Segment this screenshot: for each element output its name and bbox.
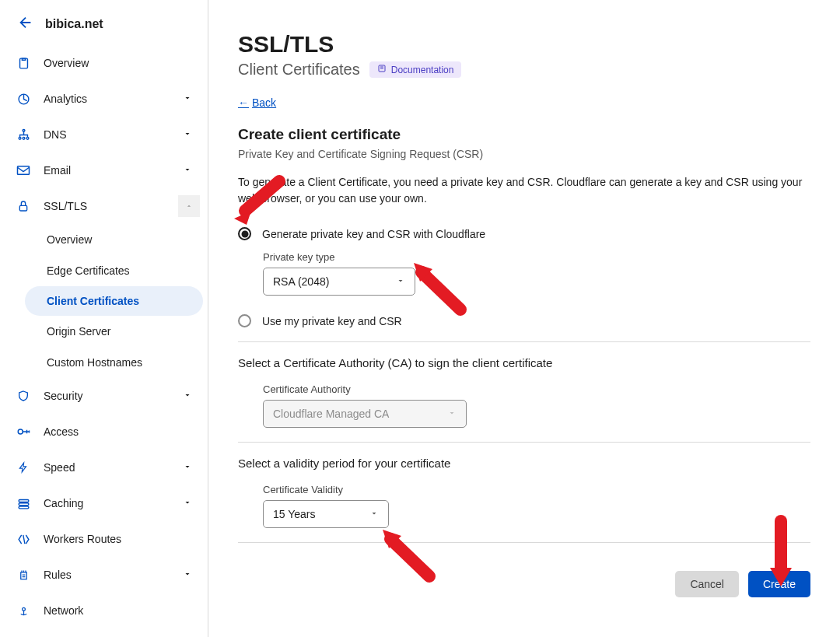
sidebar-item-email[interactable]: Email: [0, 152, 208, 188]
domain-name[interactable]: bibica.net: [45, 17, 103, 31]
divider: [238, 542, 810, 543]
sidebar-item-label: Network: [44, 604, 192, 617]
cancel-button[interactable]: Cancel: [675, 571, 739, 597]
svg-marker-14: [234, 211, 251, 225]
access-icon: [16, 426, 31, 437]
sidebar-item-label: SSL/TLS: [44, 200, 192, 212]
sidebar-subitem-label: Client Certificates: [47, 295, 139, 307]
chevron-down-icon: [447, 408, 457, 420]
chevron-down-icon: [183, 128, 192, 141]
sidebar-item-dns[interactable]: DNS: [0, 117, 208, 152]
lock-icon: [16, 199, 31, 213]
validity-label: Certificate Validity: [263, 484, 810, 495]
svg-rect-11: [19, 506, 29, 509]
key-type-select[interactable]: RSA (2048): [263, 268, 415, 296]
bolt-icon: [16, 460, 31, 474]
ca-select: Cloudflare Managed CA: [263, 400, 467, 428]
sidebar-item-analytics[interactable]: Analytics: [0, 81, 208, 117]
sidebar-item-workers-routes[interactable]: Workers Routes: [0, 521, 208, 557]
collapse-toggle[interactable]: [178, 195, 200, 217]
sidebar-item-label: Overview: [44, 57, 192, 69]
section-description: To generate a Client Certificate, you ne…: [238, 174, 810, 207]
radio-generate-cloudflare[interactable]: Generate private key and CSR with Cloudf…: [238, 227, 810, 240]
svg-point-12: [22, 607, 25, 611]
divider: [238, 341, 810, 342]
back-arrow-icon[interactable]: [17, 14, 34, 34]
sidebar-item-speed[interactable]: Speed: [0, 450, 208, 485]
clipboard-icon: [16, 57, 31, 70]
svg-marker-16: [383, 530, 401, 548]
sidebar-item-access[interactable]: Access: [0, 414, 208, 450]
radio-label: Use my private key and CSR: [262, 315, 402, 327]
chevron-down-icon: [183, 390, 192, 402]
shield-icon: [16, 389, 31, 403]
sidebar-subitem-custom-hostnames[interactable]: Custom Hostnames: [0, 347, 208, 378]
sidebar-item-security[interactable]: Security: [0, 378, 208, 414]
footer-buttons: Cancel Create: [238, 557, 810, 597]
ca-label: Certificate Authority: [263, 383, 810, 395]
documentation-link[interactable]: Documentation: [369, 61, 462, 78]
sidebar-subitem-overview[interactable]: Overview: [0, 224, 208, 255]
chevron-down-icon: [183, 93, 192, 105]
main-content: SSL/TLS Client Certificates Documentatio…: [208, 0, 840, 637]
radio-label: Generate private key and CSR with Cloudf…: [262, 228, 485, 240]
sidebar-item-caching[interactable]: Caching: [0, 485, 208, 521]
page-title: SSL/TLS: [238, 31, 810, 58]
sidebar-item-label: Workers Routes: [44, 533, 192, 545]
back-arrow-small-icon: ←: [238, 96, 249, 109]
svg-point-2: [19, 137, 21, 139]
sidebar-item-network[interactable]: Network: [0, 593, 208, 628]
chevron-down-icon: [183, 497, 192, 509]
key-type-value: RSA (2048): [273, 275, 329, 288]
svg-rect-6: [18, 166, 30, 175]
documentation-label: Documentation: [391, 65, 454, 75]
page-subtitle: Client Certificates: [238, 61, 360, 79]
validity-heading: Select a validity period for your certif…: [238, 457, 810, 470]
svg-point-5: [23, 129, 25, 131]
section-heading: Create client certificate: [238, 126, 810, 143]
back-link[interactable]: ← Back: [238, 96, 276, 109]
chevron-down-icon: [183, 164, 192, 177]
sidebar-item-label: Access: [44, 425, 192, 438]
sidebar-subitem-edge-certificates[interactable]: Edge Certificates: [0, 255, 208, 286]
email-icon: [16, 165, 31, 176]
validity-select[interactable]: 15 Years: [263, 500, 389, 528]
chevron-down-icon: [396, 275, 405, 288]
validity-value: 15 Years: [273, 508, 316, 520]
radio-own-key[interactable]: Use my private key and CSR: [238, 314, 810, 327]
sidebar-item-label: DNS: [44, 128, 183, 141]
svg-rect-10: [19, 502, 29, 505]
chevron-down-icon: [369, 508, 379, 520]
sidebar-item-label: Rules: [44, 569, 183, 581]
sidebar-subitem-origin-server[interactable]: Origin Server: [0, 316, 208, 347]
svg-rect-9: [19, 499, 29, 502]
create-button[interactable]: Create: [748, 571, 810, 597]
svg-rect-7: [19, 205, 26, 211]
sidebar-item-label: Speed: [44, 461, 183, 474]
rules-icon: [16, 568, 31, 582]
sidebar-item-overview[interactable]: Overview: [0, 45, 208, 81]
svg-point-3: [23, 137, 25, 139]
dns-icon: [16, 128, 31, 142]
radio-input[interactable]: [238, 314, 251, 327]
book-icon: [377, 64, 387, 75]
domain-header: bibica.net: [0, 14, 208, 45]
section-subheading: Private Key and Certificate Signing Requ…: [238, 148, 810, 160]
sidebar-item-label: Email: [44, 164, 183, 177]
sidebar-item-rules[interactable]: Rules: [0, 557, 208, 593]
sidebar-subitem-label: Origin Server: [47, 325, 110, 338]
analytics-icon: [16, 93, 31, 106]
sidebar-item-ssl-tls[interactable]: SSL/TLS: [0, 188, 208, 224]
svg-point-4: [26, 137, 29, 139]
ca-value: Cloudflare Managed CA: [273, 408, 389, 420]
sidebar-subitem-label: Edge Certificates: [47, 264, 130, 277]
chevron-down-icon: [183, 461, 192, 474]
svg-point-8: [18, 429, 23, 434]
key-type-label: Private key type: [263, 251, 810, 263]
radio-input[interactable]: [238, 227, 251, 240]
chevron-down-icon: [183, 569, 192, 581]
sidebar-subitem-client-certificates[interactable]: Client Certificates: [25, 286, 203, 316]
back-link-label: Back: [252, 96, 276, 109]
sidebar: bibica.net Overview Analytics DNS Email …: [0, 0, 208, 637]
sidebar-subitem-label: Custom Hostnames: [47, 356, 142, 369]
